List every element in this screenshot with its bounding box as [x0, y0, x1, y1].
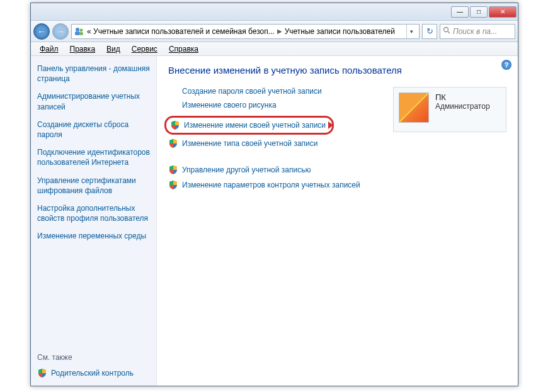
- menu-help[interactable]: Справка: [164, 43, 203, 55]
- svg-point-1: [80, 28, 83, 31]
- avatar: [399, 92, 429, 123]
- maximize-button[interactable]: □: [470, 6, 488, 18]
- breadcrumb-segment[interactable]: Учетные записи пользователей: [285, 27, 395, 36]
- titlebar: — □ ✕: [31, 3, 518, 21]
- navbar: ← → « Учетные записи пользователей и сем…: [31, 21, 518, 42]
- task-manage-other[interactable]: Управление другой учетной записью: [168, 165, 380, 175]
- task-change-type[interactable]: Изменение типа своей учетной записи: [168, 138, 380, 148]
- sidebar-item-password-reset-disk[interactable]: Создание дискеты сброса пароля: [37, 120, 150, 140]
- menu-view[interactable]: Вид: [101, 43, 125, 55]
- page-title: Внесение изменений в учетную запись поль…: [168, 65, 506, 76]
- refresh-icon: ↻: [426, 26, 433, 36]
- sidebar-item-online-ids[interactable]: Подключение идентификаторов пользователе…: [37, 147, 150, 167]
- task-label: Изменение имени своей учетной записи: [184, 121, 326, 130]
- close-button[interactable]: ✕: [489, 6, 517, 18]
- breadcrumb-separator-icon: ▶: [277, 28, 282, 35]
- sidebar-item-home[interactable]: Панель управления - домашняя страница: [37, 64, 150, 84]
- sidebar-item-env-vars[interactable]: Изменение переменных среды: [37, 231, 150, 241]
- sidebar: Панель управления - домашняя страница Ад…: [31, 56, 157, 386]
- sidebar-item-parental[interactable]: Родительский контроль: [51, 368, 134, 378]
- sidebar-item-certificates[interactable]: Управление сертификатами шифрования файл…: [37, 176, 150, 196]
- address-dropdown-icon[interactable]: ▾: [406, 25, 416, 38]
- forward-button[interactable]: →: [52, 23, 69, 40]
- window: — □ ✕ ← → « Учетные записи пользователей…: [30, 3, 518, 386]
- search-icon: [443, 26, 450, 36]
- address-bar[interactable]: « Учетные записи пользователей и семейна…: [71, 24, 420, 39]
- task-label: Изменение типа своей учетной записи: [182, 139, 317, 148]
- content: Панель управления - домашняя страница Ад…: [31, 56, 518, 386]
- svg-point-4: [444, 28, 449, 32]
- task-list: Создание пароля своей учетной записи Изм…: [168, 87, 380, 195]
- svg-point-0: [76, 28, 79, 31]
- minimize-button[interactable]: —: [451, 6, 469, 18]
- menu-edit[interactable]: Правка: [65, 43, 101, 55]
- shield-icon: [170, 120, 180, 130]
- task-change-name[interactable]: Изменение имени своей учетной записи: [170, 120, 326, 130]
- user-card: ПК Администратор: [393, 87, 506, 132]
- user-role: Администратор: [435, 102, 490, 111]
- task-label: Изменение своего рисунка: [182, 101, 277, 109]
- sidebar-item-profile-props[interactable]: Настройка дополнительных свойств профиля…: [37, 203, 150, 223]
- shield-icon: [37, 368, 47, 378]
- breadcrumb-segment[interactable]: « Учетные записи пользователей и семейна…: [87, 27, 275, 36]
- svg-rect-2: [75, 31, 80, 35]
- see-also-heading: См. также: [37, 353, 150, 362]
- shield-icon: [168, 138, 178, 148]
- search-placeholder: Поиск в па...: [453, 27, 497, 36]
- users-icon: [74, 26, 84, 36]
- svg-line-5: [448, 31, 450, 33]
- search-input[interactable]: Поиск в па...: [440, 24, 515, 39]
- main-panel: ? Внесение изменений в учетную запись по…: [157, 56, 518, 386]
- sidebar-item-admin-accounts[interactable]: Администрирование учетных записей: [37, 91, 150, 111]
- shield-icon: [168, 165, 178, 175]
- task-change-picture[interactable]: Изменение своего рисунка: [168, 101, 380, 109]
- refresh-button[interactable]: ↻: [422, 24, 437, 39]
- task-create-password[interactable]: Создание пароля своей учетной записи: [168, 87, 380, 96]
- user-name: ПК: [435, 92, 490, 102]
- help-button[interactable]: ?: [501, 60, 512, 70]
- svg-rect-3: [79, 32, 83, 35]
- task-label: Управление другой учетной записью: [182, 165, 311, 174]
- menubar: Файл Правка Вид Сервис Справка: [31, 42, 518, 56]
- task-uac-settings[interactable]: Изменение параметров контроля учетных за…: [168, 180, 380, 190]
- shield-icon: [168, 180, 178, 190]
- back-button[interactable]: ←: [33, 23, 50, 40]
- highlighted-callout: Изменение имени своей учетной записи: [164, 116, 334, 135]
- menu-tools[interactable]: Сервис: [127, 43, 163, 55]
- menu-file[interactable]: Файл: [35, 43, 64, 55]
- task-label: Создание пароля своей учетной записи: [182, 87, 322, 96]
- task-label: Изменение параметров контроля учетных за…: [182, 181, 360, 189]
